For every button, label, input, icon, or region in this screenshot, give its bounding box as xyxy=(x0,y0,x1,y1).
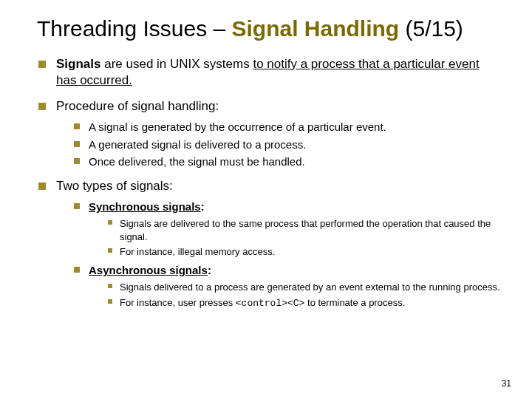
text: Once delivered, the signal must be handl… xyxy=(89,155,305,168)
text-two-types: Two types of signals: xyxy=(56,179,173,193)
text-sync-label: Synchronous signals xyxy=(89,200,201,213)
bullet-two-types: Two types of signals: Synchronous signal… xyxy=(37,178,502,310)
title-text-2: (5/15) xyxy=(399,16,463,41)
page-number: 31 xyxy=(502,378,511,389)
type-synchronous: Synchronous signals: Signals are deliver… xyxy=(74,200,502,259)
async-sublist: Signals delivered to a process are gener… xyxy=(89,281,502,310)
bullet-procedure: Procedure of signal handling: A signal i… xyxy=(37,98,502,169)
text: A signal is generated by the occurrence … xyxy=(89,120,386,133)
procedure-step-2: A generated signal is delivered to a pro… xyxy=(74,137,502,152)
async-detail-1: Signals delivered to a process are gener… xyxy=(108,281,502,294)
text: A generated signal is delivered to a pro… xyxy=(89,138,306,151)
procedure-step-3: Once delivered, the signal must be handl… xyxy=(74,154,502,169)
text: Signals are delivered to the same proces… xyxy=(120,218,491,242)
text-async-ex-post: to terminate a process. xyxy=(304,297,405,308)
text-signals-word: Signals xyxy=(56,57,100,71)
text-async-ex-pre: For instance, user presses xyxy=(120,297,236,308)
slide-title: Threading Issues – Signal Handling (5/15… xyxy=(37,15,502,43)
types-sublist: Synchronous signals: Signals are deliver… xyxy=(56,200,502,310)
sync-detail-2: For instance, illegal memory access. xyxy=(108,245,502,259)
async-detail-2: For instance, user presses <control><C> … xyxy=(108,296,502,310)
text-signals-mid: are used in UNIX systems xyxy=(100,57,253,71)
title-accent: Signal Handling xyxy=(231,16,399,41)
text-async-colon: : xyxy=(208,264,211,276)
text-sync-colon: : xyxy=(201,200,205,213)
title-text-1: Threading Issues – xyxy=(37,16,231,41)
text-procedure: Procedure of signal handling: xyxy=(56,99,219,113)
slide: Threading Issues – Signal Handling (5/15… xyxy=(0,0,532,399)
type-asynchronous: Asynchronous signals: Signals delivered … xyxy=(74,263,502,310)
procedure-sublist: A signal is generated by the occurrence … xyxy=(56,120,502,169)
text-async-label: Asynchronous signals xyxy=(89,264,208,276)
text: For instance, illegal memory access. xyxy=(120,246,275,257)
text-async-ex-code: <control><C> xyxy=(236,298,305,309)
sync-detail-1: Signals are delivered to the same proces… xyxy=(108,217,502,243)
bullet-list: Signals are used in UNIX systems to noti… xyxy=(37,56,502,310)
procedure-step-1: A signal is generated by the occurrence … xyxy=(74,120,502,134)
bullet-signals-definition: Signals are used in UNIX systems to noti… xyxy=(37,56,502,90)
text: Signals delivered to a process are gener… xyxy=(120,282,500,293)
sync-sublist: Signals are delivered to the same proces… xyxy=(89,217,502,259)
